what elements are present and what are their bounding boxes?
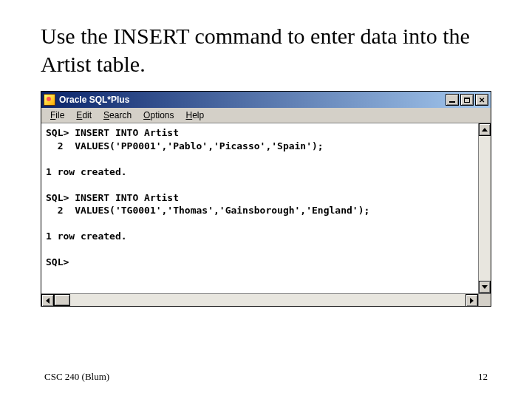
app-icon [44, 94, 55, 106]
scrollbar-corner [478, 294, 491, 306]
menu-search-rest: earch [109, 110, 132, 120]
menu-file[interactable]: File [44, 109, 70, 121]
maximize-button[interactable] [460, 94, 474, 106]
menu-help[interactable]: Help [180, 109, 210, 121]
slide-footer: CSC 240 (Blum) 12 [44, 371, 488, 383]
client-area: SQL> INSERT INTO Artist 2 VALUES('PP0001… [41, 123, 491, 293]
scroll-left-button[interactable] [41, 294, 54, 307]
scroll-down-button[interactable] [479, 281, 491, 293]
menu-file-rest: ile [55, 110, 64, 120]
terminal-output[interactable]: SQL> INSERT INTO Artist 2 VALUES('PP0001… [41, 123, 478, 293]
menu-options-rest: ptions [150, 110, 174, 120]
footer-right: 12 [478, 371, 488, 383]
menu-help-rest: elp [192, 110, 204, 120]
titlebar: Oracle SQL*Plus ✕ [41, 92, 491, 108]
menubar: File Edit Search Options Help [41, 108, 491, 123]
vertical-scrollbar[interactable] [478, 123, 491, 293]
sqlplus-window: Oracle SQL*Plus ✕ File Edit Search Optio… [41, 91, 491, 307]
menu-edit-rest: dit [82, 110, 92, 120]
close-button[interactable]: ✕ [475, 94, 488, 106]
footer-left: CSC 240 (Blum) [44, 371, 109, 383]
window-buttons: ✕ [446, 94, 488, 106]
horizontal-scrollbar-row [41, 293, 491, 306]
vscroll-track[interactable] [479, 136, 491, 281]
menu-edit[interactable]: Edit [70, 109, 98, 121]
menu-options[interactable]: Options [137, 109, 180, 121]
window-title: Oracle SQL*Plus [59, 95, 446, 105]
menu-search[interactable]: Search [98, 109, 137, 121]
hscroll-track[interactable] [54, 294, 466, 306]
minimize-button[interactable] [446, 94, 459, 106]
scroll-up-button[interactable] [479, 123, 491, 136]
hscroll-thumb[interactable] [54, 294, 70, 306]
slide-title: Use the INSERT command to enter data int… [41, 22, 491, 78]
horizontal-scrollbar[interactable] [41, 294, 478, 306]
scroll-right-button[interactable] [466, 294, 478, 307]
slide: Use the INSERT command to enter data int… [0, 0, 532, 399]
